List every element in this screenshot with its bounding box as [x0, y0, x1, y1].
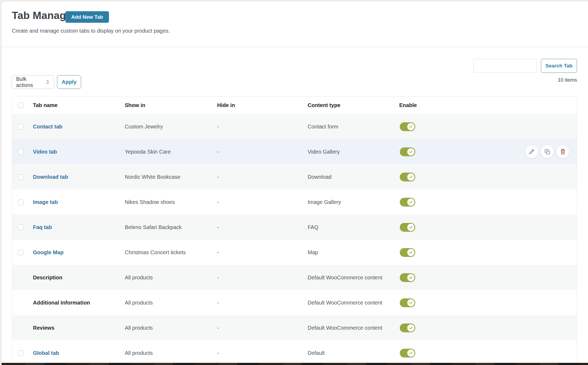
show-in-cell: Christmas Concert tickets [125, 249, 217, 256]
bottom-cutoff-strip [2, 363, 588, 365]
check-icon [407, 224, 414, 231]
enable-toggle[interactable] [400, 248, 415, 257]
row-checkbox[interactable] [18, 199, 24, 205]
pencil-icon [528, 148, 535, 155]
hide-in-cell: - [217, 124, 308, 130]
column-header-enable: Enable [399, 102, 577, 108]
edit-button[interactable] [525, 145, 538, 158]
tab-name-link[interactable]: Faq tab [33, 224, 52, 230]
show-in-cell: All products [125, 350, 217, 356]
check-icon [407, 324, 414, 332]
enable-toggle[interactable] [400, 298, 415, 307]
hide-in-cell: - [217, 300, 308, 306]
check-icon [407, 299, 414, 306]
content-type-cell: Default [308, 350, 399, 356]
column-header-show-in: Show in [125, 102, 217, 108]
enable-toggle[interactable] [400, 122, 415, 131]
show-in-cell: Custom Jewelry [125, 124, 217, 130]
page-subtitle: Create and manage custom tabs to display… [12, 28, 170, 34]
bulk-actions-select[interactable]: Bulk actions [12, 75, 54, 89]
check-icon [407, 349, 414, 357]
content-type-cell: Default WooCommerce content [308, 275, 399, 281]
delete-button[interactable] [556, 145, 569, 158]
table-body: Contact tabCustom Jewelry-Contact formVi… [12, 114, 577, 362]
tab-name-link[interactable]: Video tab [33, 149, 57, 155]
tab-name-link[interactable]: Global tab [33, 350, 59, 356]
duplicate-button[interactable] [541, 145, 554, 158]
enable-toggle[interactable] [400, 147, 415, 156]
enable-toggle[interactable] [400, 349, 415, 358]
row-checkbox[interactable] [18, 250, 24, 255]
show-in-cell: Yepooda Skin Care [125, 149, 217, 155]
column-header-hide-in: Hide in [217, 102, 308, 108]
row-checkbox[interactable] [18, 149, 24, 155]
tab-name-link[interactable]: Image tab [33, 199, 58, 205]
check-icon [407, 148, 414, 155]
tabs-table: Tab name Show in Hide in Content type En… [12, 96, 577, 362]
tab-name-link[interactable]: Download tab [33, 174, 68, 180]
table-row: DescriptionAll products-Default WooComme… [12, 265, 577, 290]
hide-in-cell: - [217, 275, 308, 281]
apply-button[interactable]: Apply [57, 75, 81, 89]
trash-icon [559, 148, 566, 155]
hide-in-cell: - [217, 350, 308, 356]
show-in-cell: Nordic White Bookcase [125, 174, 217, 180]
hide-in-cell: - [217, 199, 308, 205]
table-row: ReviewsAll products-Default WooCommerce … [12, 315, 577, 340]
table-row: Faq tabBeleno Safari Backpack-FAQ [12, 215, 577, 240]
content-type-cell: Default WooCommerce content [308, 300, 399, 306]
check-icon [407, 249, 414, 256]
copy-icon [544, 148, 551, 155]
content-type-cell: Contact form [308, 124, 399, 130]
tab-name-text: Description [33, 275, 62, 280]
bulk-actions-label: Bulk actions [16, 76, 45, 88]
tab-name-text: Reviews [33, 325, 54, 331]
content-type-cell: Map [308, 249, 399, 256]
row-actions [525, 145, 569, 158]
table-row: Global tabAll products-Default [12, 340, 577, 362]
table-row: Additional InformationAll products-Defau… [12, 290, 577, 315]
header-divider [2, 47, 588, 47]
table-row: Image tabNikes Shadow shoes-Image Galler… [12, 189, 577, 215]
tab-name-link[interactable]: Contact tab [33, 124, 62, 130]
show-in-cell: All products [125, 300, 217, 306]
check-icon [407, 199, 414, 206]
enable-toggle[interactable] [400, 324, 415, 332]
tab-name-link[interactable]: Google Map [33, 249, 63, 255]
table-row: Google MapChristmas Concert tickets-Map [12, 240, 577, 265]
updown-chevron-icon [45, 79, 51, 85]
content-type-cell: FAQ [308, 224, 399, 230]
row-checkbox[interactable] [18, 174, 24, 180]
table-row: Download tabNordic White Bookcase-Downlo… [12, 164, 577, 189]
show-in-cell: All products [125, 325, 217, 331]
content-type-cell: Default WooCommerce content [308, 325, 399, 331]
search-tab-button[interactable]: Search Tab [541, 59, 577, 73]
content-type-cell: Download [308, 174, 399, 180]
hide-in-cell: - [217, 174, 308, 180]
table-row: Contact tabCustom Jewelry-Contact form [12, 114, 577, 139]
check-icon [407, 274, 414, 281]
row-checkbox[interactable] [18, 225, 24, 230]
table-header-row: Tab name Show in Hide in Content type En… [12, 97, 577, 114]
content-type-cell: Video Gallery [308, 149, 399, 155]
select-all-checkbox[interactable] [18, 102, 24, 108]
hide-in-cell: - [217, 249, 308, 256]
search-input[interactable] [473, 59, 537, 73]
column-header-tab-name: Tab name [33, 102, 125, 108]
enable-toggle[interactable] [400, 273, 415, 282]
items-count: 10 items [558, 77, 577, 83]
hide-in-cell: - [217, 325, 308, 331]
column-header-content-type: Content type [308, 102, 399, 108]
row-checkbox[interactable] [18, 350, 24, 356]
hide-in-cell: - [217, 149, 308, 155]
table-row: Video tabYepooda Skin Care-Video Gallery [12, 139, 577, 164]
tab-name-text: Additional Information [33, 300, 90, 306]
enable-toggle[interactable] [400, 198, 415, 207]
content-type-cell: Image Gallery [308, 199, 399, 205]
enable-toggle[interactable] [400, 173, 415, 181]
add-new-tab-button[interactable]: Add New Tab [65, 11, 109, 23]
check-icon [407, 173, 414, 181]
enable-toggle[interactable] [400, 223, 415, 232]
show-in-cell: All products [125, 275, 217, 281]
row-checkbox[interactable] [18, 124, 24, 130]
